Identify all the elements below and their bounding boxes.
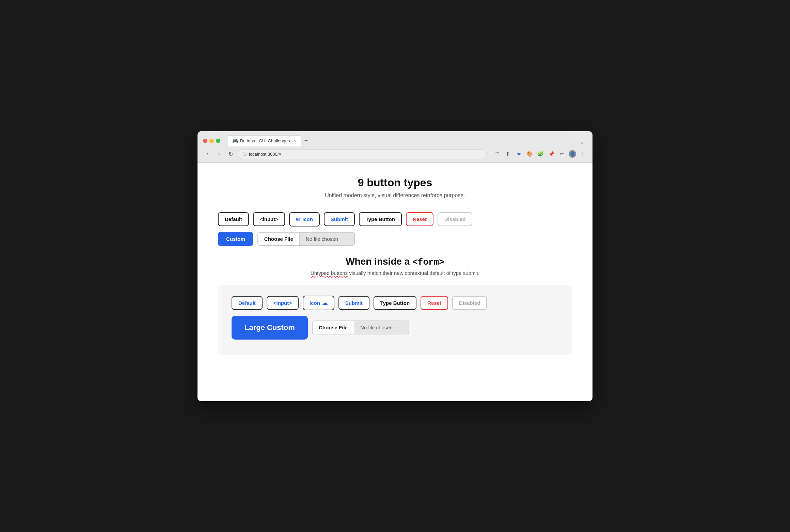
browser-chrome: 🎮 Buttons | GUI Challenges ✕ + ⌄ ‹ › ↻ ⓘ… <box>198 131 592 163</box>
forward-button[interactable]: › <box>215 150 223 158</box>
form-disabled-button: Disabled <box>452 296 487 310</box>
share-icon[interactable]: ⬆ <box>503 150 512 158</box>
no-file-chosen-text: No file chosen <box>300 233 354 245</box>
external-link-icon[interactable]: ⬚ <box>492 150 501 158</box>
section2-subtitle: Untyped buttons visually match their new… <box>218 270 572 276</box>
button-row-1: Default <input> ✉ Icon Submit Type Butto… <box>218 212 572 226</box>
choose-file-button[interactable]: Choose File <box>258 233 300 245</box>
section2-title: When inside a <form> <box>218 256 572 267</box>
cloud-icon: ☁ <box>322 300 328 306</box>
sidebar-icon[interactable]: ▭ <box>558 150 567 158</box>
active-tab[interactable]: 🎮 Buttons | GUI Challenges ✕ <box>227 135 301 146</box>
pin-icon[interactable]: 📌 <box>547 150 556 158</box>
icon-button[interactable]: ✉ Icon <box>289 212 320 226</box>
puzzle-icon[interactable]: 🧩 <box>536 150 545 158</box>
tab-title: Buttons | GUI Challenges <box>240 138 290 143</box>
disabled-button: Disabled <box>438 212 473 226</box>
form-file-input-wrapper: Choose File No file chosen <box>312 320 409 334</box>
minimize-button[interactable] <box>209 139 214 143</box>
close-button[interactable] <box>203 139 207 143</box>
form-type-button[interactable]: Type Button <box>374 296 416 310</box>
section-divider: When inside a <form> Untyped buttons vis… <box>218 256 572 276</box>
back-button[interactable]: ‹ <box>203 150 212 158</box>
reload-button[interactable]: ↻ <box>226 150 235 158</box>
input-button[interactable]: <input> <box>253 212 285 226</box>
page-title: 9 button types <box>218 176 572 189</box>
toolbar-icons: ⬚ ⬆ ★ 🎨 🧩 📌 ▭ 👤 ⋮ <box>492 150 587 158</box>
form-no-file-chosen-text: No file chosen <box>354 321 409 334</box>
tab-close-button[interactable]: ✕ <box>293 139 296 143</box>
reset-button[interactable]: Reset <box>406 212 433 226</box>
form-default-button[interactable]: Default <box>232 296 263 310</box>
tabs-expand-icon[interactable]: ⌄ <box>577 137 587 146</box>
form-box: Default <input> Icon ☁ Submit Type Butto… <box>218 285 572 355</box>
form-button-row-1: Default <input> Icon ☁ Submit Type Butto… <box>232 296 558 310</box>
file-input-wrapper: Choose File No file chosen <box>257 232 355 246</box>
form-input-button[interactable]: <input> <box>267 296 299 310</box>
bookmark-icon[interactable]: ★ <box>514 150 523 158</box>
title-bar: 🎮 Buttons | GUI Challenges ✕ + ⌄ <box>198 131 592 146</box>
form-icon-button[interactable]: Icon ☁ <box>303 296 334 310</box>
maximize-button[interactable] <box>216 139 220 143</box>
new-tab-button[interactable]: + <box>301 136 311 146</box>
url-text: localhost:3000/# <box>249 152 281 157</box>
tab-favicon: 🎮 <box>232 138 238 144</box>
submit-button[interactable]: Submit <box>324 212 355 226</box>
browser-window: 🎮 Buttons | GUI Challenges ✕ + ⌄ ‹ › ↻ ⓘ… <box>198 131 592 401</box>
envelope-icon: ✉ <box>296 216 300 222</box>
address-bar: ‹ › ↻ ⓘ localhost:3000/# ⬚ ⬆ ★ 🎨 🧩 📌 ▭ 👤… <box>198 146 592 162</box>
page-content: 9 button types Unified modern style, vis… <box>198 163 592 401</box>
default-button[interactable]: Default <box>218 212 249 226</box>
url-bar[interactable]: ⓘ localhost:3000/# <box>238 149 487 159</box>
page-subtitle: Unified modern style, visual differences… <box>218 192 572 199</box>
form-choose-file-button[interactable]: Choose File <box>313 321 354 334</box>
extension-color-icon[interactable]: 🎨 <box>525 150 534 158</box>
form-button-row-2: Large Custom Choose File No file chosen <box>232 316 558 340</box>
menu-icon[interactable]: ⋮ <box>578 150 587 158</box>
large-custom-button[interactable]: Large Custom <box>232 316 308 340</box>
type-button-button[interactable]: Type Button <box>359 212 402 226</box>
custom-button[interactable]: Custom <box>218 232 253 246</box>
profile-avatar[interactable]: 👤 <box>569 150 576 158</box>
form-submit-button[interactable]: Submit <box>338 296 369 310</box>
form-reset-button[interactable]: Reset <box>421 296 448 310</box>
tab-bar: 🎮 Buttons | GUI Challenges ✕ + ⌄ <box>227 135 587 146</box>
security-icon: ⓘ <box>243 151 247 157</box>
button-row-2: Custom Choose File No file chosen <box>218 232 572 246</box>
traffic-lights <box>203 139 220 143</box>
